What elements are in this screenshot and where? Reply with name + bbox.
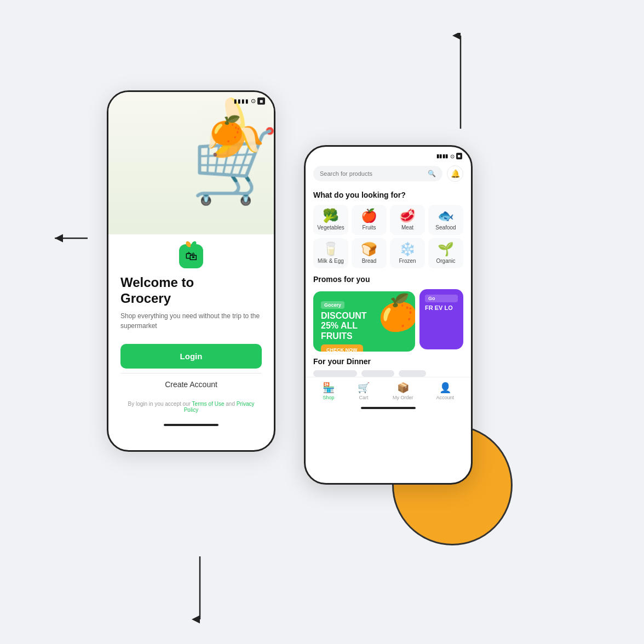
- promo-title-purple: FR EV LO: [425, 304, 458, 312]
- terms-link[interactable]: Terms of Use: [192, 401, 225, 407]
- seafood-icon: 🐟: [438, 209, 454, 222]
- fruits-label: Fruits: [363, 225, 376, 231]
- wifi-icon-2: ⊙: [450, 153, 455, 159]
- nav-my-order[interactable]: 📦 My Order: [393, 382, 413, 400]
- shop-icon: 🏪: [323, 382, 335, 394]
- promo-tag: Gocery: [321, 301, 344, 309]
- account-label: Account: [436, 395, 454, 400]
- frozen-icon: ❄️: [399, 243, 416, 256]
- dinner-placeholder-3: [399, 370, 426, 377]
- promo-tag-purple: Go: [425, 295, 458, 302]
- category-grid: 🥦 Vegetables 🍎 Fruits 🥩 Meat 🐟 Seafood 🥛…: [313, 205, 463, 268]
- shop-content: What do you looking for? 🥦 Vegetables 🍎 …: [306, 184, 471, 377]
- dinner-placeholders: [313, 370, 463, 377]
- login-button[interactable]: Login: [120, 344, 262, 369]
- category-fruits[interactable]: 🍎 Fruits: [352, 205, 387, 235]
- category-bread[interactable]: 🍞 Bread: [352, 238, 387, 268]
- cart-icon: 🛒: [358, 382, 370, 394]
- promos-title: Promos for you: [313, 275, 463, 284]
- fruits-icon: 🍎: [361, 209, 377, 222]
- organic-icon: 🌱: [438, 243, 454, 256]
- seafood-label: Seafood: [435, 225, 456, 231]
- category-frozen[interactable]: ❄️ Frozen: [390, 238, 425, 268]
- arrow-down: [189, 554, 211, 625]
- signal-icon: ▮▮▮▮: [234, 98, 249, 104]
- category-milk-egg[interactable]: 🥛 Milk & Egg: [313, 238, 348, 268]
- terms-text: By login in you accept our Terms of Use …: [120, 395, 262, 422]
- wifi-icon: ⊙: [251, 97, 256, 105]
- nav-account[interactable]: 👤 Account: [436, 382, 454, 400]
- hero-image: 🛒 🍌 🍊: [108, 92, 274, 234]
- dinner-placeholder-2: [361, 370, 394, 377]
- arrow-left: [52, 227, 90, 249]
- account-icon: 👤: [439, 382, 451, 394]
- order-icon: 📦: [397, 382, 409, 394]
- app-logo: [179, 244, 203, 268]
- categories-title: What do you looking for?: [313, 191, 463, 199]
- promo-card-fruits[interactable]: Gocery DISCOUNT 25% ALL FRUITS CHECK NOW…: [313, 291, 415, 352]
- status-bar: ▮▮▮▮ ⊙ ■: [234, 97, 265, 105]
- logo-icon: [179, 244, 203, 268]
- battery-icon: ■: [257, 97, 265, 105]
- milk-egg-label: Milk & Egg: [318, 258, 344, 264]
- cart-label: Cart: [359, 395, 368, 400]
- search-bar[interactable]: 🔍: [313, 166, 442, 181]
- nav-cart[interactable]: 🛒 Cart: [358, 382, 370, 400]
- leaf-right: [191, 240, 198, 248]
- bread-label: Bread: [362, 258, 377, 264]
- dinner-placeholder-1: [313, 370, 357, 377]
- milk-egg-icon: 🥛: [323, 243, 339, 256]
- category-organic[interactable]: 🌱 Organic: [428, 238, 463, 268]
- phone-login: 🛒 🍌 🍊 ▮▮▮▮ ⊙ ■ Welcome to Grocery: [107, 90, 275, 452]
- vegetables-icon: 🥦: [323, 209, 339, 222]
- dinner-title: For your Dinner: [313, 357, 463, 366]
- organic-label: Organic: [436, 258, 455, 264]
- category-seafood[interactable]: 🐟 Seafood: [428, 205, 463, 235]
- promo-check-now-button[interactable]: CHECK NOW: [321, 344, 363, 352]
- create-account-button[interactable]: Create Account: [120, 373, 262, 395]
- bread-icon: 🍞: [361, 243, 377, 256]
- signal-bars: ▮▮▮▮: [436, 153, 449, 159]
- welcome-title: Welcome to Grocery: [120, 275, 262, 307]
- welcome-subtitle: Shop everything you need without the tri…: [120, 311, 262, 331]
- notification-bell[interactable]: 🔔: [447, 165, 463, 182]
- search-input[interactable]: [320, 170, 424, 177]
- status-bar-2: ▮▮▮▮ ⊙ ■: [306, 147, 471, 161]
- category-vegetables[interactable]: 🥦 Vegetables: [313, 205, 348, 235]
- vegetables-label: Vegetables: [317, 225, 344, 231]
- arrow-up: [450, 33, 472, 131]
- category-meat[interactable]: 🥩 Meat: [390, 205, 425, 235]
- promo-card-purple[interactable]: Go FR EV LO: [419, 289, 463, 349]
- bottom-navigation: 🏪 Shop 🛒 Cart 📦 My Order 👤 Account: [306, 377, 471, 405]
- logo-leaves: [186, 241, 196, 248]
- bell-icon: 🔔: [451, 169, 460, 178]
- nav-shop[interactable]: 🏪 Shop: [323, 382, 335, 400]
- home-indicator: [164, 424, 219, 426]
- phone-shop: ▮▮▮▮ ⊙ ■ 🔍 🔔 What do you looking for? 🥦 …: [304, 145, 473, 485]
- meat-icon: 🥩: [399, 209, 416, 222]
- home-indicator-2: [361, 407, 416, 409]
- shop-label: Shop: [323, 395, 334, 400]
- battery-icon-2: ■: [456, 153, 462, 159]
- search-icon[interactable]: 🔍: [428, 170, 436, 177]
- promo-row: Gocery DISCOUNT 25% ALL FRUITS CHECK NOW…: [313, 289, 463, 352]
- search-area: 🔍 🔔: [306, 161, 471, 184]
- order-label: My Order: [393, 395, 413, 400]
- frozen-label: Frozen: [399, 258, 416, 264]
- meat-label: Meat: [401, 225, 413, 231]
- grocery-orange: 🍊: [210, 117, 244, 144]
